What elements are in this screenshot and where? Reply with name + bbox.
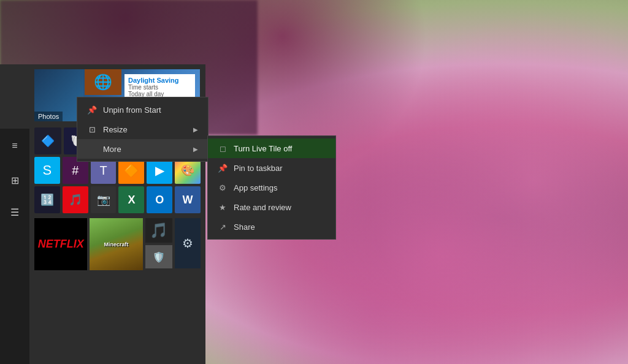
start-sidebar: ≡ ⊞ ☰	[0, 129, 29, 364]
context-app-settings[interactable]: ⚙ App settings	[208, 178, 335, 197]
itunes-icon[interactable]: 🎵	[145, 218, 172, 243]
netflix-label: NETFLIX	[38, 238, 84, 251]
context-resize[interactable]: ⊡ Resize ▶	[77, 119, 208, 139]
calendar-subtitle: Time starts	[128, 84, 191, 91]
affinity-icon[interactable]: 🔷	[34, 127, 61, 154]
more-arrow: ▶	[193, 146, 198, 153]
steam-tile[interactable]: ⚙	[175, 218, 201, 268]
context-rate-label: Rate and review	[234, 203, 291, 212]
context-live-tile[interactable]: ◻ Turn Live Tile off	[208, 138, 335, 158]
calendar-title: Daylight Saving	[128, 77, 191, 84]
photos-tile-label: Photos	[34, 112, 63, 121]
groove-music-icon[interactable]: 🎵	[63, 186, 88, 213]
skype-icon[interactable]: S	[34, 157, 60, 184]
steam-icon: ⚙	[182, 236, 193, 251]
context-menu-1: 📌 Unpin from Start ⊡ Resize ▶ More ▶	[77, 97, 209, 162]
calendar-widget: Daylight Saving Time starts Today all da…	[124, 74, 195, 100]
context-more[interactable]: More ▶	[77, 139, 208, 159]
context-unpin-label: Unpin from Start	[103, 105, 161, 115]
sidebar-icon-apps[interactable]: ⊞	[5, 170, 25, 190]
word-icon[interactable]: W	[175, 186, 201, 213]
context-more-label: More	[103, 145, 121, 154]
hamburger-button[interactable]: ≡	[0, 134, 29, 158]
app-settings-icon: ⚙	[218, 183, 228, 192]
hamburger-icon: ≡	[12, 140, 17, 151]
live-tile-icon: ◻	[218, 143, 228, 153]
minecraft-tile[interactable]: Minecraft	[90, 218, 142, 270]
context-pin-taskbar-label: Pin to taskbar	[234, 164, 283, 173]
context-live-tile-label: Turn Live Tile off	[234, 144, 292, 153]
context-pin-taskbar[interactable]: 📌 Pin to taskbar	[208, 158, 335, 178]
context-menu-2: ◻ Turn Live Tile off 📌 Pin to taskbar ⚙ …	[207, 135, 336, 240]
shield-icon-tile[interactable]: 🛡️	[145, 245, 172, 268]
context-share[interactable]: ↗ Share	[208, 217, 335, 237]
pin-taskbar-icon: 📌	[218, 163, 228, 173]
context-app-settings-label: App settings	[234, 183, 278, 192]
share-icon: ↗	[218, 222, 228, 232]
apps-row-3: 🔢 🎵 📷 X O W	[34, 186, 201, 213]
minecraft-label: Minecraft	[104, 241, 129, 248]
sidebar-icon-list[interactable]: ☰	[5, 202, 25, 222]
apps-row-4: NETFLIX Minecraft 🎵 🛡️ ⚙	[34, 218, 201, 270]
excel-icon[interactable]: X	[118, 186, 144, 213]
list-icon: ☰	[10, 207, 19, 218]
calculator-icon[interactable]: 🔢	[34, 186, 60, 213]
apps-grid-icon: ⊞	[11, 175, 19, 186]
context-resize-label: Resize	[103, 125, 128, 134]
rate-icon: ★	[218, 202, 228, 212]
camera-icon[interactable]: 📷	[91, 186, 117, 213]
resize-icon: ⊡	[87, 124, 97, 134]
context-rate-review[interactable]: ★ Rate and review	[208, 197, 335, 217]
minecraft-inner: Minecraft	[90, 218, 142, 270]
outlook-icon[interactable]: O	[147, 186, 172, 213]
context-unpin[interactable]: 📌 Unpin from Start	[77, 100, 208, 119]
unpin-icon: 📌	[87, 105, 97, 115]
resize-arrow: ▶	[193, 126, 198, 133]
netflix-tile[interactable]: NETFLIX	[34, 218, 87, 270]
context-share-label: Share	[234, 222, 255, 232]
more-icon	[87, 144, 97, 154]
